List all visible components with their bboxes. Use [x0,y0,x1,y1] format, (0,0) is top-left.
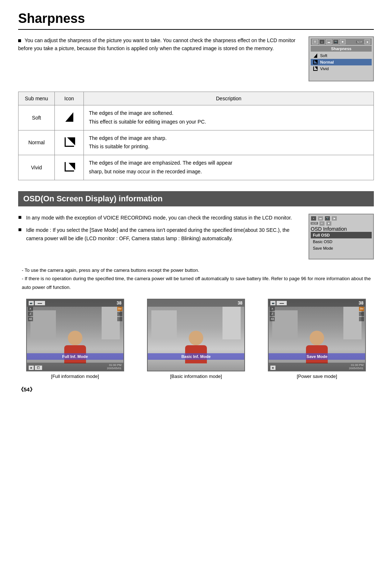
osd-bullet-2: ■ Idle mode : If you select the [Save Mo… [18,226,298,243]
vivid-sub-menu: Vivid [19,155,55,180]
building-right-basic [222,307,241,339]
cam-focus-icon-save: ▣ [270,366,275,370]
lcd-last-icon: ■ [364,39,370,44]
vivid-desc-line1: The edges of the image are emphasized. T… [89,159,368,168]
osd-basic-label: Basic OSD [313,239,332,244]
soft-icon-cell [55,105,84,130]
osd-save-label: Save Mode [313,246,333,250]
lcd-soft-item: Soft [311,52,372,59]
cam-screen-save: 📷 ▬▬ 38 X Z 4A 5M ≡ ⋮ Save Mode [268,299,366,371]
cam-left-side-save: X Z 4A [270,307,275,321]
osd-lcd-icons: ▪ ▬ 📷 ▶ [311,216,372,221]
col-icon: Icon [55,92,84,105]
soft-desc-line1: The edges of the image are softened. [89,109,368,118]
cam-hud-num-basic: 38 [238,301,242,306]
lcd-grid-icon: ⊞ [312,39,318,44]
cam-battery-icon: ▬▬ [35,301,45,305]
cam-basic-label-bar: Basic Inf. Mode [148,353,244,360]
building-left-save [272,310,298,339]
cam-4a-icon-save: 4A [270,317,275,321]
osd-icon-4: ▶ [331,216,337,221]
cam-date-save: 2005/05/01 [349,367,363,370]
person-head-save [310,331,324,345]
osd-note-1: - To use the camera again, press any of … [22,266,374,274]
normal-desc-line1: The edges of the image are sharp. [89,134,368,143]
normal-table-icon [65,137,74,147]
caption-save: [Power save mode] [297,374,337,379]
osd-last-icon: ■ [326,221,332,226]
osd-icon-3: 📷 [324,216,330,221]
cam-hud-num-full: 38 [117,301,121,306]
screenshot-basic: 38 Basic Inf. Mode [Basic information mo… [139,299,253,379]
normal-sub-menu: Normal [19,130,55,155]
lcd-normal-item: Normal [311,59,372,65]
cam-save-label-bar: Save Mode [269,353,365,360]
cam-top-icons-save: 📷 ▬▬ [270,301,287,305]
lcd-vivid-label: Vivid [320,67,329,71]
lcd-soft-icon [313,53,318,58]
lcd-toolbar-icons: ⊞ ▪ ▬ 📷 ▶ [312,39,346,44]
soft-desc: The edges of the image are softened. Thi… [84,105,374,130]
osd-edit-icon: ✏ [319,221,325,226]
cam-battery-save: ▬▬ [277,301,287,305]
cam-hud-top-basic: 38 [148,299,244,307]
cam-screen-basic: 38 Basic Inf. Mode [147,299,245,371]
osd-intro-section: ■ In any mode with the exception of VOIC… [18,214,374,259]
cam-hud-top-save: 📷 ▬▬ 38 [269,299,365,307]
osd-basic-item: Basic OSD [311,238,372,245]
lcd-soft-label: Soft [320,53,327,58]
cam-hud-top-full: 📷 ▬▬ 38 [27,299,123,307]
screenshot-save: 📷 ▬▬ 38 X Z 4A 5M ≡ ⋮ Save Mode [260,299,374,379]
vivid-desc: The edges of the image are emphasized. T… [84,155,374,180]
table-row: Soft The edges of the image are softened… [19,105,374,130]
cam-x-icon: X [28,307,33,311]
table-row: Normal The edges of the image are sharp.… [19,130,374,155]
person-head-basic [189,331,203,345]
cam-left-side-full: X Z 4A [28,307,33,321]
osd-section-heading: OSD(On Screen Display) information [18,191,374,206]
osd-icon-1: ▪ [311,216,317,221]
cam-hud-bottom-full: ▣ 🔲 01:00 PM 2005/05/01 [27,363,123,371]
cam-focus-icon: ▣ [29,366,34,370]
lcd-vid-icon: ▶ [340,39,346,44]
cam-icon-1: 📷 [29,301,34,305]
sharpness-intro-text: You can adjust the sharpness of the pict… [18,36,298,81]
table-row: Vivid The edges of the image are emphasi… [19,155,374,180]
building-left-basic [151,310,177,339]
osd-full-item: Full OSD [311,232,372,238]
osd-lcd-title: OSD Infomation [311,226,372,232]
cam-z-icon: Z [28,312,33,316]
soft-sub-menu: Soft [19,105,55,130]
lcd-cam-icon: 📷 [333,39,339,44]
osd-icon-2: ▬ [318,216,323,221]
cam-time-save: 01:00 PM [349,363,363,367]
osd-bullet-1: ■ In any mode with the exception of VOIC… [18,214,298,222]
caption-full: [Full information mode] [51,374,99,379]
osd-lcd-spacer [311,251,372,257]
lcd-rect-icon: ▬ [326,39,332,44]
vivid-desc-line2: sharp, but noise may occur in the record… [89,168,368,176]
building-left [30,310,56,339]
page-title: Sharpness [18,11,374,30]
page-number: 《54》 [18,386,374,393]
cam-5m-icon: 5M [117,307,122,311]
cam-right-side-save: 5M ≡ ⋮ [359,307,364,321]
lcd-vivid-icon [313,66,318,71]
cam-screen-full: 📷 ▬▬ 38 X Z 4A 5M ≡ ⋮ Full Inf. Mode [26,299,124,371]
bullet-icon [18,39,21,42]
cam-qual-icon: ≡ [117,312,122,316]
cam-5m-icon-save: 5M [359,307,364,311]
normal-icon-cell [55,130,84,155]
osd-bullet-2-text: Idle mode : If you select the [Save Mode… [26,226,298,243]
screenshots-row: 📷 ▬▬ 38 X Z 4A 5M ≡ ⋮ Full Inf. Mode [18,299,374,379]
cam-hud-bottom-save: ▣ 01:00 PM 2005/05/01 [269,363,365,371]
osd-save-item: Save Mode [311,245,372,251]
lcd-sharpness-title: Sharpness [311,46,372,52]
sharpness-lcd-mockup: ⊞ ▪ ▬ 📷 ▶ NOR ■ Sharpness Soft Normal [309,36,374,81]
cam-bottom-left-icons: ▣ 🔲 [29,366,42,370]
cam-top-left-icons: 📷 ▬▬ [29,301,45,305]
soft-triangle-icon [314,53,317,58]
normal-shape-icon [313,60,318,64]
osd-intro-text: ■ In any mode with the exception of VOIC… [18,214,298,259]
vivid-table-icon [65,162,74,172]
